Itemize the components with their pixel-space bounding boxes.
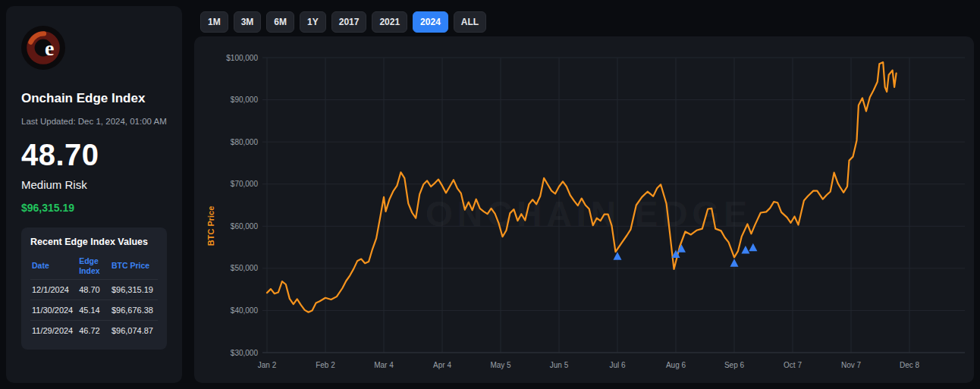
y-tick-label: $30,000	[231, 349, 259, 357]
column-header: BTC Price	[110, 253, 158, 280]
recent-values-table-head: DateEdge IndexBTC Price	[30, 253, 158, 280]
column-header: Edge Index	[77, 253, 110, 280]
btc-price-chart[interactable]: $30,000$40,000$50,000$60,000$70,000$80,0…	[194, 36, 974, 383]
page-title: Onchain Edge Index	[21, 91, 167, 106]
last-updated-text: Last Updated: Dec 1, 2024, 01:00 AM	[21, 115, 167, 129]
edge-index-value: 48.70	[21, 138, 167, 172]
x-tick-label: Nov 7	[841, 361, 862, 369]
recent-values-title: Recent Edge Index Values	[30, 237, 158, 247]
range-button-6m[interactable]: 6M	[266, 11, 294, 33]
range-button-2024[interactable]: 2024	[413, 11, 448, 33]
logo-letter: e	[45, 36, 54, 60]
table-cell: 12/1/2024	[30, 280, 77, 300]
x-tick-label: Jan 2	[258, 361, 277, 369]
y-tick-label: $100,000	[226, 54, 258, 62]
y-tick-label: $40,000	[231, 306, 259, 315]
table-cell: $96,315.19	[110, 280, 158, 300]
time-range-toolbar: 1M3M6M1Y201720212024ALL	[200, 11, 486, 33]
x-tick-label: Feb 2	[316, 361, 335, 369]
signal-triangle-marker	[749, 243, 757, 252]
btc-price-value: $96,315.19	[21, 202, 167, 214]
x-tick-label: Dec 8	[900, 361, 920, 369]
range-button-2021[interactable]: 2021	[372, 11, 407, 33]
y-tick-label: $80,000	[231, 138, 259, 146]
app-logo-icon: e	[21, 26, 65, 70]
column-header: Date	[30, 253, 77, 280]
x-tick-label: Mar 4	[374, 361, 394, 369]
signal-triangle-marker	[730, 259, 739, 267]
x-tick-label: Aug 6	[666, 361, 686, 369]
x-tick-label: Jul 6	[609, 361, 626, 369]
recent-values-table: DateEdge IndexBTC Price 12/1/202448.70$9…	[30, 253, 158, 340]
table-cell: 45.14	[77, 300, 110, 321]
y-tick-label: $90,000	[231, 96, 259, 104]
sidebar: e Onchain Edge Index Last Updated: Dec 1…	[6, 6, 182, 383]
x-tick-label: Apr 4	[433, 361, 451, 369]
y-axis-title: BTC Price	[206, 206, 215, 246]
x-tick-label: Oct 7	[784, 361, 802, 369]
range-button-2017[interactable]: 2017	[331, 11, 367, 33]
y-tick-label: $50,000	[231, 264, 259, 272]
range-button-1m[interactable]: 1M	[200, 11, 228, 33]
signal-triangle-marker	[614, 252, 622, 260]
range-button-all[interactable]: ALL	[454, 11, 486, 33]
range-button-3m[interactable]: 3M	[234, 11, 262, 33]
table-cell: 11/30/2024	[30, 300, 77, 321]
table-cell: 11/29/2024	[30, 321, 77, 341]
range-button-1y[interactable]: 1Y	[300, 11, 326, 33]
recent-values-table-body: 12/1/202448.70$96,315.1911/30/202445.14$…	[30, 280, 158, 341]
table-cell: 46.72	[77, 321, 110, 341]
x-tick-label: May 5	[490, 361, 511, 369]
x-tick-label: Jun 5	[550, 361, 569, 369]
risk-label: Medium Risk	[21, 178, 167, 191]
table-cell: $96,676.38	[110, 300, 158, 321]
table-row: 11/30/202445.14$96,676.38	[30, 300, 158, 321]
table-cell: 48.70	[77, 280, 110, 300]
x-tick-label: Sep 6	[724, 361, 745, 369]
signal-triangle-marker	[741, 246, 749, 254]
y-tick-label: $60,000	[231, 222, 259, 231]
recent-values-card: Recent Edge Index Values DateEdge IndexB…	[21, 227, 167, 350]
y-tick-label: $70,000	[231, 180, 259, 188]
table-row: 11/29/202446.72$96,074.87	[30, 321, 158, 341]
table-row: 12/1/202448.70$96,315.19	[30, 280, 158, 300]
chart-card: $30,000$40,000$50,000$60,000$70,000$80,0…	[194, 36, 974, 383]
table-cell: $96,074.87	[110, 321, 158, 341]
